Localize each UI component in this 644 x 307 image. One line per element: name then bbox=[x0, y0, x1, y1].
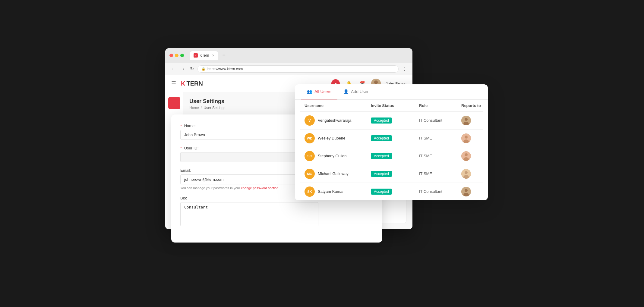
user-cell: WD Wesley Dupeire bbox=[305, 133, 371, 143]
required-star-name: * bbox=[180, 124, 182, 128]
tab-title: KTern bbox=[200, 53, 209, 58]
reports-to-cell bbox=[461, 187, 488, 196]
tab-close-icon[interactable]: × bbox=[212, 53, 214, 58]
svg-point-30 bbox=[465, 189, 468, 192]
breadcrumb-home[interactable]: Home bbox=[189, 106, 199, 110]
user-cell: MG Michael Galloway bbox=[305, 169, 371, 179]
reports-avatar bbox=[461, 187, 471, 196]
svg-point-21 bbox=[465, 136, 468, 139]
logo-k: K bbox=[181, 80, 185, 87]
change-password-link[interactable]: change password section bbox=[241, 186, 278, 190]
header-left: ☰ KTERN bbox=[171, 80, 203, 87]
tab-favicon: K bbox=[194, 53, 198, 58]
reports-avatar bbox=[461, 169, 471, 179]
status-badge: Accepted bbox=[371, 189, 392, 195]
email-hint-text: You can manage your passwords in your bbox=[180, 186, 241, 190]
svg-point-18 bbox=[465, 118, 468, 121]
users-panel: 👥 All Users 👤 Add User Username Invite S… bbox=[295, 84, 488, 200]
lock-icon: 🔒 bbox=[201, 67, 206, 71]
minimize-button[interactable] bbox=[175, 54, 178, 57]
all-users-icon: 👥 bbox=[307, 89, 312, 94]
username-text: Vengateshwararaja bbox=[318, 118, 351, 123]
logo-tern: TERN bbox=[186, 80, 203, 87]
close-button[interactable] bbox=[169, 54, 173, 57]
url-text: https://www.ktern.com bbox=[207, 67, 243, 71]
col-role: Role bbox=[419, 103, 461, 108]
maximize-button[interactable] bbox=[180, 54, 184, 57]
table-header: Username Invite Status Role Reports to A… bbox=[300, 100, 483, 112]
table-row: WD Wesley Dupeire Accepted IT SME ✎ Edit bbox=[300, 130, 483, 147]
status-badge: Accepted bbox=[371, 117, 392, 124]
hamburger-menu[interactable]: ☰ bbox=[171, 80, 176, 87]
username-text: Satyam Kumar bbox=[318, 189, 344, 194]
add-user-icon: 👤 bbox=[343, 89, 349, 94]
invite-status-cell: Accepted bbox=[371, 189, 419, 195]
users-tabs: 👥 All Users 👤 Add User bbox=[295, 84, 488, 100]
sidebar-accent bbox=[168, 97, 180, 109]
reports-avatar bbox=[461, 133, 471, 143]
more-options-button[interactable]: ⋮ bbox=[401, 65, 408, 72]
user-cell: SC Stephany Cullen bbox=[305, 151, 371, 161]
email-hint-end: . bbox=[279, 186, 280, 190]
table-row: MG Michael Galloway Accepted IT SME ✎ Ed… bbox=[300, 165, 483, 183]
reports-avatar bbox=[461, 116, 471, 125]
role-cell: IT SME bbox=[419, 154, 461, 158]
user-cell: V Vengateshwararaja bbox=[305, 115, 371, 126]
invite-status-cell: Accepted bbox=[371, 135, 419, 141]
col-invite-status: Invite Status bbox=[371, 103, 419, 108]
table-row: V Vengateshwararaja Accepted IT Consulta… bbox=[300, 112, 483, 130]
required-star-userid: * bbox=[180, 146, 182, 150]
reports-to-cell bbox=[461, 116, 488, 125]
status-badge: Accepted bbox=[371, 153, 392, 159]
users-table-wrapper: Username Invite Status Role Reports to A… bbox=[295, 100, 488, 200]
status-badge: Accepted bbox=[371, 135, 392, 141]
role-cell: IT Consultant bbox=[419, 118, 461, 123]
breadcrumb-current: User Settings bbox=[204, 106, 225, 110]
table-row: SC Stephany Cullen Accepted IT SME ✎ Edi… bbox=[300, 147, 483, 165]
reload-button[interactable]: ↻ bbox=[189, 65, 195, 72]
bio-textarea[interactable]: Consultant bbox=[180, 202, 318, 226]
svg-point-24 bbox=[465, 153, 468, 156]
breadcrumb-separator: / bbox=[201, 106, 202, 110]
status-badge: Accepted bbox=[371, 171, 392, 177]
reports-to-cell bbox=[461, 151, 488, 161]
back-button[interactable]: ← bbox=[169, 66, 177, 72]
svg-point-27 bbox=[465, 171, 468, 174]
reports-avatar bbox=[461, 151, 471, 161]
invite-status-cell: Accepted bbox=[371, 117, 419, 124]
user-initials: SC bbox=[305, 151, 315, 161]
bio-field-group: Bio: Consultant bbox=[180, 196, 318, 227]
tab-all-users[interactable]: 👥 All Users bbox=[301, 84, 337, 99]
role-cell: IT Consultant bbox=[419, 189, 461, 194]
browser-titlebar: K KTern × + bbox=[165, 48, 412, 63]
username-text: Wesley Dupeire bbox=[318, 136, 346, 140]
user-initials: SK bbox=[305, 186, 315, 197]
col-username: Username bbox=[305, 103, 371, 108]
app-logo: KTERN bbox=[181, 80, 203, 87]
invite-status-cell: Accepted bbox=[371, 171, 419, 177]
col-reports-to: Reports to bbox=[461, 103, 488, 108]
user-cell: SK Satyam Kumar bbox=[305, 186, 371, 197]
svg-point-1 bbox=[374, 80, 378, 84]
url-input[interactable]: 🔒 https://www.ktern.com bbox=[197, 65, 399, 73]
address-bar: ← → ↻ 🔒 https://www.ktern.com ⋮ bbox=[165, 63, 412, 75]
username-text: Stephany Cullen bbox=[318, 154, 346, 158]
new-tab-button[interactable]: + bbox=[223, 52, 226, 58]
role-cell: IT SME bbox=[419, 171, 461, 176]
invite-status-cell: Accepted bbox=[371, 153, 419, 159]
reports-to-cell bbox=[461, 169, 488, 179]
all-users-label: All Users bbox=[314, 89, 331, 94]
tab-add-user[interactable]: 👤 Add User bbox=[337, 84, 374, 99]
user-initials: V bbox=[305, 115, 315, 126]
user-initials: WD bbox=[305, 133, 315, 143]
browser-tab[interactable]: K KTern × bbox=[190, 51, 218, 60]
username-text: Michael Galloway bbox=[318, 171, 349, 176]
role-cell: IT SME bbox=[419, 136, 461, 140]
add-user-label: Add User bbox=[351, 89, 368, 94]
window-controls bbox=[169, 54, 184, 57]
table-row: SK Satyam Kumar Accepted IT Consultant ✎… bbox=[300, 183, 483, 200]
user-initials: MG bbox=[305, 169, 315, 179]
forward-button[interactable]: → bbox=[179, 66, 186, 72]
reports-to-cell bbox=[461, 133, 488, 143]
